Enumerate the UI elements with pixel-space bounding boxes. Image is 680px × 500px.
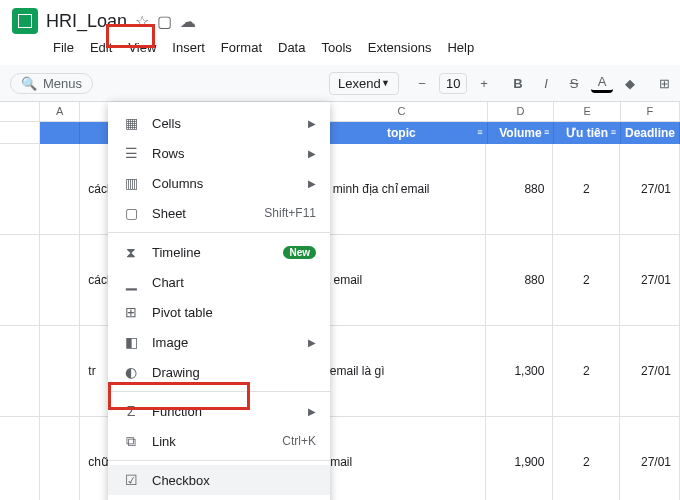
chevron-right-icon: ▶ (308, 406, 316, 417)
titlebar: HRI_Loan ☆ ▢ ☁ (0, 0, 680, 36)
star-icon[interactable]: ☆ (135, 12, 149, 31)
menus-search[interactable]: 🔍 Menus (10, 73, 93, 94)
drawing-icon: ◐ (122, 363, 140, 381)
menu-help[interactable]: Help (440, 36, 481, 59)
chevron-right-icon: ▶ (308, 118, 316, 129)
menu-timeline[interactable]: ⧗TimelineNew (108, 237, 330, 267)
chevron-right-icon: ▶ (308, 148, 316, 159)
search-icon: 🔍 (21, 76, 37, 91)
image-icon: ◧ (122, 333, 140, 351)
chevron-right-icon: ▶ (308, 337, 316, 348)
menu-view[interactable]: View (121, 36, 163, 59)
menu-columns[interactable]: ▥Columns▶ (108, 168, 330, 198)
table-row: chữ lemail1,900227/01 (0, 417, 680, 500)
font-size-plus[interactable]: + (473, 71, 495, 95)
rows-icon: ☰ (122, 144, 140, 162)
hdr-topic[interactable]: topic≡ (316, 122, 487, 144)
menu-file[interactable]: File (46, 36, 81, 59)
toolbar: 🔍 Menus Lexend ▼ − 10 + B I S A ◆ ⊞ ⇋ (0, 65, 680, 102)
menu-dropdown[interactable]: ⊙Dropdown (108, 495, 330, 500)
sheet-icon: ▢ (122, 204, 140, 222)
menu-cells[interactable]: ▦Cells▶ (108, 108, 330, 138)
header-row: topic≡ Volume≡ Ưu tiên≡ Deadline (0, 122, 680, 144)
menu-pivot[interactable]: ⊞Pivot table (108, 297, 330, 327)
menu-drawing[interactable]: ◐Drawing (108, 357, 330, 387)
insert-dropdown: ▦Cells▶ ☰Rows▶ ▥Columns▶ ▢SheetShift+F11… (108, 102, 330, 500)
col-e[interactable]: E (554, 102, 621, 121)
text-color-button[interactable]: A (591, 73, 613, 93)
select-all-corner[interactable] (0, 102, 40, 121)
hdr-volume[interactable]: Volume≡ (488, 122, 555, 144)
menu-function[interactable]: ΣFunction▶ (108, 396, 330, 426)
cells-icon: ▦ (122, 114, 140, 132)
menu-chart[interactable]: ▁Chart (108, 267, 330, 297)
new-badge: New (283, 246, 316, 259)
menu-tools[interactable]: Tools (314, 36, 358, 59)
strike-button[interactable]: S (563, 71, 585, 95)
menu-extensions[interactable]: Extensions (361, 36, 439, 59)
col-c[interactable]: C (316, 102, 487, 121)
col-a[interactable]: A (40, 102, 80, 121)
pivot-icon: ⊞ (122, 303, 140, 321)
move-icon[interactable]: ▢ (157, 12, 172, 31)
menu-link[interactable]: ⧉LinkCtrl+K (108, 426, 330, 456)
menu-edit[interactable]: Edit (83, 36, 119, 59)
menu-sheet[interactable]: ▢SheetShift+F11 (108, 198, 330, 228)
menu-image[interactable]: ◧Image▶ (108, 327, 330, 357)
font-size-minus[interactable]: − (411, 71, 433, 95)
menu-data[interactable]: Data (271, 36, 312, 59)
borders-button[interactable]: ⊞ (653, 71, 675, 95)
checkbox-icon: ☑ (122, 471, 140, 489)
filter-icon: ≡ (477, 127, 482, 137)
timeline-icon: ⧗ (122, 243, 140, 261)
table-row: trị email là gì1,300227/01 (0, 326, 680, 417)
font-selector[interactable]: Lexend ▼ (329, 72, 399, 95)
doc-title[interactable]: HRI_Loan (46, 11, 127, 32)
function-icon: Σ (122, 402, 140, 420)
menu-insert[interactable]: Insert (165, 36, 212, 59)
data-rows: cáchc minh địa chỉ email880227/01 cácha … (0, 144, 680, 500)
fill-color-button[interactable]: ◆ (619, 71, 641, 95)
menu-rows[interactable]: ☰Rows▶ (108, 138, 330, 168)
col-d[interactable]: D (488, 102, 555, 121)
table-row: cáchc minh địa chỉ email880227/01 (0, 144, 680, 235)
filter-icon: ≡ (544, 127, 549, 137)
cloud-icon[interactable]: ☁ (180, 12, 196, 31)
filter-icon: ≡ (611, 127, 616, 137)
columns-icon: ▥ (122, 174, 140, 192)
font-size-input[interactable]: 10 (439, 73, 467, 94)
table-row: cácha email880227/01 (0, 235, 680, 326)
chevron-down-icon: ▼ (381, 78, 390, 88)
menu-format[interactable]: Format (214, 36, 269, 59)
menubar: File Edit View Insert Format Data Tools … (0, 36, 680, 65)
chart-icon: ▁ (122, 273, 140, 291)
menu-checkbox[interactable]: ☑Checkbox (108, 465, 330, 495)
bold-button[interactable]: B (507, 71, 529, 95)
chevron-right-icon: ▶ (308, 178, 316, 189)
hdr-priority[interactable]: Ưu tiên≡ (554, 122, 621, 144)
link-icon: ⧉ (122, 432, 140, 450)
sheets-logo[interactable] (12, 8, 38, 34)
italic-button[interactable]: I (535, 71, 557, 95)
column-headers: A B≡ C D E F (0, 102, 680, 122)
col-f[interactable]: F (621, 102, 680, 121)
hdr-deadline[interactable]: Deadline (621, 122, 680, 144)
grid: A B≡ C D E F topic≡ Volume≡ Ưu tiên≡ Dea… (0, 102, 680, 500)
